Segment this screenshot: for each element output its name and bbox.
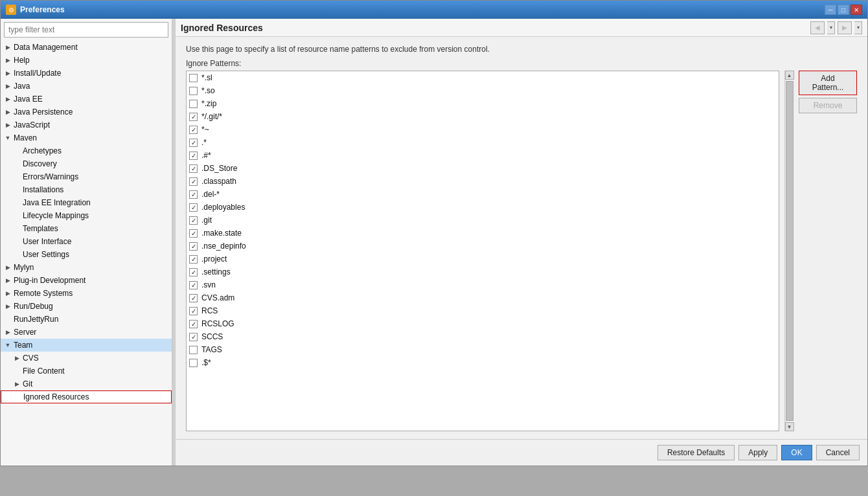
pattern-checkbox-19[interactable]: [189, 320, 198, 328]
sidebar-item-templates[interactable]: Templates: [1, 222, 172, 235]
pattern-row[interactable]: .#*: [187, 149, 779, 162]
pattern-row[interactable]: *.sl: [187, 71, 779, 84]
pattern-checkbox-16[interactable]: [189, 281, 198, 289]
forward-button[interactable]: ▶: [838, 21, 852, 34]
pattern-row[interactable]: .git: [187, 214, 779, 227]
maximize-button[interactable]: □: [838, 5, 849, 15]
restore-defaults-button[interactable]: Restore Defaults: [657, 445, 735, 460]
pattern-row[interactable]: RCSLOG: [187, 317, 779, 330]
pattern-checkbox-15[interactable]: [189, 268, 198, 276]
pattern-row[interactable]: *.so: [187, 84, 779, 97]
back-dropdown[interactable]: ▾: [827, 21, 835, 34]
sidebar-item-lifecycle-mappings[interactable]: Lifecycle Mappings: [1, 209, 172, 222]
pattern-row[interactable]: .svn: [187, 278, 779, 291]
sidebar-item-run-debug[interactable]: ▶Run/Debug: [1, 300, 172, 313]
pattern-row[interactable]: TAGS: [187, 343, 779, 356]
pattern-checkbox-11[interactable]: [189, 216, 198, 225]
sidebar-item-mylyn[interactable]: ▶Mylyn: [1, 261, 172, 274]
sidebar-label-discovery: Discovery: [21, 159, 57, 168]
cancel-button[interactable]: Cancel: [816, 445, 860, 460]
pattern-checkbox-10[interactable]: [189, 203, 198, 212]
sidebar-item-team[interactable]: ▼Team: [1, 339, 172, 352]
sidebar-item-data-management[interactable]: ▶Data Management: [1, 41, 172, 54]
scroll-up[interactable]: ▲: [785, 71, 794, 80]
pattern-checkbox-8[interactable]: [189, 177, 198, 186]
pattern-row[interactable]: .deployables: [187, 201, 779, 214]
pattern-row[interactable]: SCCS: [187, 330, 779, 343]
pattern-checkbox-12[interactable]: [189, 229, 198, 238]
tree-toggle-lifecycle-mappings: [12, 211, 21, 220]
minimize-button[interactable]: ─: [825, 5, 836, 15]
ok-button[interactable]: OK: [781, 445, 812, 460]
sidebar-item-errors-warnings[interactable]: Errors/Warnings: [1, 170, 172, 183]
pattern-checkbox-4[interactable]: [189, 126, 198, 134]
pattern-checkbox-13[interactable]: [189, 242, 198, 251]
pattern-row[interactable]: .make.state: [187, 227, 779, 240]
pattern-checkbox-7[interactable]: [189, 164, 198, 173]
pattern-row[interactable]: .DS_Store: [187, 162, 779, 175]
pattern-row[interactable]: *.zip: [187, 97, 779, 110]
pattern-row[interactable]: .$*: [187, 356, 779, 369]
sidebar-item-install-update[interactable]: ▶Install/Update: [1, 67, 172, 80]
apply-button[interactable]: Apply: [738, 445, 777, 460]
sidebar-item-ignored-resources[interactable]: Ignored Resources: [1, 390, 172, 403]
sidebar-item-cvs[interactable]: ▶CVS: [1, 352, 172, 365]
sidebar-item-discovery[interactable]: Discovery: [1, 157, 172, 170]
back-button[interactable]: ◀: [810, 21, 825, 34]
forward-dropdown[interactable]: ▾: [854, 21, 862, 34]
filter-input[interactable]: [4, 22, 168, 38]
sidebar-item-archetypes[interactable]: Archetypes: [1, 144, 172, 157]
tree-toggle-installations: [12, 185, 21, 194]
add-pattern-button[interactable]: Add Pattern...: [799, 71, 857, 95]
sidebar-item-file-content[interactable]: File Content: [1, 365, 172, 378]
pattern-row[interactable]: .*: [187, 136, 779, 149]
pattern-checkbox-18[interactable]: [189, 307, 198, 315]
sidebar-item-help[interactable]: ▶Help: [1, 54, 172, 67]
pattern-checkbox-20[interactable]: [189, 333, 198, 341]
sidebar-item-git[interactable]: ▶Git: [1, 378, 172, 390]
pattern-row[interactable]: .del-*: [187, 188, 779, 201]
sidebar-item-user-settings[interactable]: User Settings: [1, 248, 172, 261]
sidebar-item-javascript[interactable]: ▶JavaScript: [1, 118, 172, 131]
pattern-checkbox-22[interactable]: [189, 359, 198, 367]
scroll-thumb[interactable]: [786, 81, 794, 421]
scroll-down[interactable]: ▼: [785, 422, 794, 431]
sidebar-item-plugin-development[interactable]: ▶Plug-in Development: [1, 274, 172, 287]
left-panel: ▶Data Management▶Help▶Install/Update▶Jav…: [1, 19, 172, 466]
sidebar-item-java-persistence[interactable]: ▶Java Persistence: [1, 106, 172, 118]
sidebar-item-remote-systems[interactable]: ▶Remote Systems: [1, 287, 172, 300]
sidebar-item-maven[interactable]: ▼Maven: [1, 131, 172, 144]
sidebar-item-java-ee[interactable]: ▶Java EE: [1, 93, 172, 106]
pattern-checkbox-6[interactable]: [189, 152, 198, 160]
remove-button[interactable]: Remove: [799, 98, 857, 113]
pattern-row[interactable]: .settings: [187, 265, 779, 278]
close-button[interactable]: ✕: [851, 5, 862, 15]
pattern-text-4: *~: [201, 125, 209, 134]
sidebar-item-server[interactable]: ▶Server: [1, 326, 172, 339]
sidebar-item-installations[interactable]: Installations: [1, 183, 172, 196]
sidebar-item-user-interface[interactable]: User Interface: [1, 235, 172, 248]
patterns-scrollbar[interactable]: ▲ ▼: [784, 71, 794, 431]
pattern-row[interactable]: RCS: [187, 304, 779, 317]
pattern-row[interactable]: *~: [187, 123, 779, 136]
pattern-checkbox-17[interactable]: [189, 294, 198, 302]
right-panel: Ignored Resources ◀ ▾ ▶ ▾ Use this page …: [176, 19, 867, 466]
sidebar-item-java[interactable]: ▶Java: [1, 80, 172, 93]
pattern-checkbox-21[interactable]: [189, 346, 198, 354]
pattern-checkbox-1[interactable]: [189, 87, 198, 95]
pattern-row[interactable]: .project: [187, 253, 779, 265]
sidebar-item-java-ee-integration[interactable]: Java EE Integration: [1, 196, 172, 209]
pattern-text-13: .nse_depinfo: [201, 242, 246, 251]
sidebar-item-run-jetty-run[interactable]: RunJettyRun: [1, 313, 172, 326]
pattern-checkbox-14[interactable]: [189, 255, 198, 264]
pattern-checkbox-2[interactable]: [189, 100, 198, 108]
pattern-row[interactable]: CVS.adm: [187, 291, 779, 304]
pattern-checkbox-3[interactable]: [189, 113, 198, 121]
pattern-checkbox-0[interactable]: [189, 74, 198, 82]
pattern-row[interactable]: .classpath: [187, 175, 779, 188]
tree-toggle-data-management: ▶: [3, 43, 12, 52]
pattern-row[interactable]: .nse_depinfo: [187, 240, 779, 253]
pattern-checkbox-9[interactable]: [189, 190, 198, 199]
pattern-row[interactable]: */.git/*: [187, 110, 779, 123]
pattern-checkbox-5[interactable]: [189, 139, 198, 147]
